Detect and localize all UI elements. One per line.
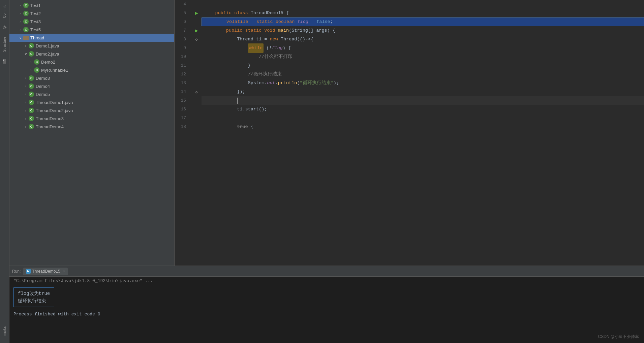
tab-label: ThreadDemo15 xyxy=(32,269,60,274)
icon-threaddemo4: C xyxy=(28,124,34,130)
gutter-17 xyxy=(191,114,202,123)
bookmark-icon[interactable] xyxy=(2,59,7,64)
tree-item-test5[interactable]: › C Test5 xyxy=(9,26,174,34)
gutter-5: ▶ xyxy=(191,9,202,18)
arrow-threaddemo2: › xyxy=(23,108,28,113)
arrow-test2: › xyxy=(18,11,23,16)
tree-item-demo3[interactable]: › C Demo3 xyxy=(9,74,174,82)
bottom-side-label-container: marks xyxy=(0,326,9,336)
gutter-15 xyxy=(191,96,202,105)
icon-test1: C xyxy=(23,2,29,8)
gutter-18 xyxy=(191,123,202,131)
label-test5: Test5 xyxy=(30,27,41,32)
icon-test3: C xyxy=(23,19,29,25)
code-line-13: System.out.println("循环执行结束"); xyxy=(202,79,644,88)
label-demo1: Demo1.java xyxy=(36,43,59,48)
tree-content: › C Test1 › C Test2 › C Test3 xyxy=(9,0,174,266)
ln-12: 12 xyxy=(176,70,189,79)
svg-rect-2 xyxy=(3,60,4,61)
label-demo2java: Demo2.java xyxy=(36,52,59,57)
bottom-panel: Run: ▶ ThreadDemo15 × "C:\Program Files\… xyxy=(9,266,644,343)
icon-demo4: C xyxy=(28,83,34,89)
bottom-tab-bar: Run: ▶ ThreadDemo15 × xyxy=(9,266,644,277)
label-demo2: Demo2 xyxy=(41,60,55,65)
tree-item-threaddemo2[interactable]: › C ThreadDemo2.java xyxy=(9,106,174,114)
commit-sidebar-item[interactable]: Commit xyxy=(0,0,9,23)
ln-18: 18 xyxy=(176,123,189,131)
icon-demo1: C xyxy=(28,43,34,49)
icon-demo2: C xyxy=(34,59,40,65)
ln-11: 11 xyxy=(176,61,189,70)
gutter-11 xyxy=(191,61,202,70)
run-tab[interactable]: ▶ ThreadDemo15 × xyxy=(23,268,68,275)
output-box: flog改为true 循环执行结束 xyxy=(13,287,640,307)
icon-thread xyxy=(23,35,29,41)
icon-test2: C xyxy=(23,10,29,16)
gutter-7: ▶ xyxy=(191,26,202,35)
icon-threaddemo1: C xyxy=(28,99,34,105)
label-demo3: Demo3 xyxy=(36,76,50,81)
editor-area[interactable]: 4 5 6 7 8 9 10 11 12 13 14 15 16 17 xyxy=(175,0,644,266)
finish-line: Process finished with exit code 0 xyxy=(9,309,644,319)
arrow-threaddemo4: › xyxy=(23,124,28,129)
icon-demo5: C xyxy=(28,91,34,97)
label-threaddemo4: ThreadDemo4 xyxy=(36,124,64,129)
tree-item-demo1[interactable]: › C Demo1.java xyxy=(9,42,174,50)
watermark: CSDN @小鱼不会骑车 xyxy=(598,334,639,340)
tree-item-myrunnable1[interactable]: › C MyRunnable1 xyxy=(9,66,174,74)
tree-item-test1[interactable]: › C Test1 xyxy=(9,1,174,9)
commit-label: Commit xyxy=(3,5,6,18)
gutter-6 xyxy=(191,18,202,26)
code-content[interactable]: public class ThreadDemo15 { volatile sta… xyxy=(202,0,644,266)
code-line-12: //循环执行结束 xyxy=(202,70,644,79)
label-myrunnable1: MyRunnable1 xyxy=(41,68,68,73)
ln-16: 16 xyxy=(176,105,189,114)
code-line-17 xyxy=(202,114,644,123)
gutter-4 xyxy=(191,0,202,9)
svg-point-0 xyxy=(4,27,5,28)
tree-item-thread[interactable]: ∨ Thread xyxy=(9,34,174,42)
code-panel[interactable]: 4 5 6 7 8 9 10 11 12 13 14 15 16 17 xyxy=(175,0,644,266)
arrow-demo3: › xyxy=(23,75,28,81)
ln-7: 7 xyxy=(176,26,189,35)
icon-demo2java: C xyxy=(28,51,34,57)
icon-threaddemo2: C xyxy=(28,107,34,113)
tree-item-threaddemo3[interactable]: › C ThreadDemo3 xyxy=(9,114,174,123)
code-line-6: volatile static boolean flog = false; xyxy=(202,18,644,26)
arrow-demo5: › xyxy=(23,92,28,97)
tree-item-threaddemo4[interactable]: › C ThreadDemo4 xyxy=(9,123,174,131)
label-thread: Thread xyxy=(30,35,44,40)
output-line-1: flog改为true xyxy=(18,290,50,297)
structure-sidebar-item[interactable]: Structure xyxy=(0,31,9,57)
line-numbers: 4 5 6 7 8 9 10 11 12 13 14 15 16 17 xyxy=(175,0,191,266)
tree-item-threaddemo1[interactable]: › C ThreadDemo1.java xyxy=(9,98,174,106)
gear-icon[interactable] xyxy=(2,25,7,30)
ln-4: 4 xyxy=(176,0,189,9)
code-line-9: while (!flog) { xyxy=(202,44,644,53)
arrow-myrunnable1: › xyxy=(28,67,34,73)
tab-close-button[interactable]: × xyxy=(63,269,65,273)
tree-item-demo2java[interactable]: ∨ C Demo2.java xyxy=(9,50,174,58)
gutter-12 xyxy=(191,70,202,79)
code-line-15[interactable] xyxy=(202,96,644,105)
arrow-demo1: › xyxy=(23,43,28,48)
arrow-test5: › xyxy=(18,27,23,32)
icon-myrunnable1: C xyxy=(34,67,40,73)
ln-17: 17 xyxy=(176,114,189,123)
output-line-2: 循环执行结束 xyxy=(18,297,50,305)
ln-5: 5 xyxy=(176,9,189,18)
tree-item-test3[interactable]: › C Test3 xyxy=(9,18,174,26)
tree-item-demo2[interactable]: › C Demo2 xyxy=(9,58,174,66)
tree-item-demo5[interactable]: › C Demo5 xyxy=(9,90,174,98)
arrow-threaddemo3: › xyxy=(23,116,28,121)
gutter-13 xyxy=(191,79,202,88)
project-tree: › C Test1 › C Test2 › C Test3 xyxy=(9,0,175,266)
label-demo4: Demo4 xyxy=(36,84,50,89)
tree-item-demo4[interactable]: › C Demo4 xyxy=(9,82,174,90)
code-line-16: t1.start(); xyxy=(202,105,644,114)
label-demo5: Demo5 xyxy=(36,92,50,97)
gutter-10 xyxy=(191,53,202,61)
gutter-14: ◇ xyxy=(191,88,202,96)
run-label: Run: xyxy=(12,269,21,274)
tree-item-test2[interactable]: › C Test2 xyxy=(9,9,174,18)
